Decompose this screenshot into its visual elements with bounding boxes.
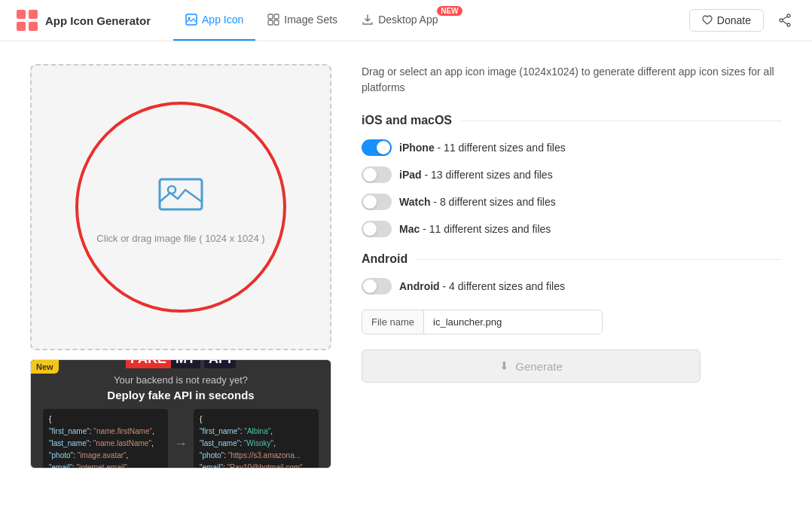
svg-rect-2 <box>17 22 26 31</box>
donate-label: Donate <box>717 14 751 26</box>
ad-brand-fake: FAKE <box>126 359 171 368</box>
svg-rect-8 <box>268 20 273 25</box>
ad-title: Deploy fake API in seconds <box>107 389 254 401</box>
ad-brand-my: MY <box>171 359 200 368</box>
android-section-line <box>417 259 782 260</box>
filename-label: File name <box>362 310 424 334</box>
donate-icon <box>702 15 713 26</box>
svg-line-13 <box>783 17 787 20</box>
ad-arrow: → <box>174 409 188 469</box>
toggle-row-watch: Watch - 8 different sizes and files <box>362 194 782 210</box>
android-toggle[interactable] <box>362 278 392 295</box>
drop-zone-inner: Click or drag image file ( 1024 x 1024 ) <box>75 102 286 313</box>
mac-toggle[interactable] <box>362 221 392 237</box>
iphone-toggle[interactable] <box>362 139 392 156</box>
ad-code-right: { "first_name": "Albina", "last_name": "… <box>194 409 319 469</box>
ad-brand-api: API <box>204 359 236 368</box>
tab-app-icon-label: App Icon <box>202 14 243 26</box>
android-section-header: Android <box>362 252 782 266</box>
toggle-row-mac: Mac - 11 different sizes and files <box>362 221 782 237</box>
share-button[interactable] <box>773 8 797 32</box>
svg-line-14 <box>783 21 787 24</box>
mac-label: Mac - 11 different sizes and files <box>399 223 551 235</box>
tab-desktop-app-label: Desktop App <box>378 14 438 26</box>
donate-button[interactable]: Donate <box>689 9 764 32</box>
tab-desktop-app[interactable]: Desktop App NEW <box>350 0 459 41</box>
ad-content: FAKE MY API Your backend is not ready ye… <box>31 360 331 468</box>
svg-point-12 <box>787 23 790 26</box>
toggle-row-iphone: iPhone - 11 different sizes and files <box>362 139 782 156</box>
header-actions: Donate <box>689 8 797 32</box>
new-badge: NEW <box>437 6 462 16</box>
generate-label: Generate <box>515 360 563 373</box>
svg-point-10 <box>787 14 790 17</box>
ad-new-badge: New <box>31 360 59 374</box>
app-icon-tab-icon <box>185 14 197 26</box>
drop-zone-text: Click or drag image file ( 1024 x 1024 ) <box>96 233 264 244</box>
ios-section-title: iOS and macOS <box>362 114 452 127</box>
ad-code-left: { "first_name": "name.firstName", "last_… <box>43 409 168 469</box>
filename-input[interactable] <box>424 310 602 334</box>
svg-rect-9 <box>274 20 279 25</box>
app-logo-icon <box>15 8 39 32</box>
generate-icon: ⬇ <box>499 359 509 373</box>
main-content: Click or drag image file ( 1024 x 1024 )… <box>0 41 812 491</box>
image-placeholder-icon <box>157 170 205 221</box>
desktop-app-tab-icon <box>362 14 374 26</box>
svg-rect-7 <box>274 14 279 19</box>
toggle-row-ipad: iPad - 13 different sizes and files <box>362 166 782 183</box>
ad-banner[interactable]: New FAKE MY API Your backend is not read… <box>30 359 331 469</box>
svg-rect-6 <box>268 14 273 19</box>
ios-section-line <box>461 121 782 121</box>
drop-zone-circle: Click or drag image file ( 1024 x 1024 ) <box>75 102 286 313</box>
app-title: App Icon Generator <box>45 14 151 27</box>
svg-rect-1 <box>29 10 38 19</box>
header: App Icon Generator App Icon Image Sets <box>0 0 812 41</box>
svg-rect-3 <box>29 22 38 31</box>
tab-app-icon[interactable]: App Icon <box>173 0 255 41</box>
svg-rect-4 <box>186 14 197 25</box>
ios-section-header: iOS and macOS <box>362 114 782 127</box>
svg-point-16 <box>168 186 176 194</box>
watch-label: Watch - 8 different sizes and files <box>399 196 556 208</box>
svg-rect-0 <box>17 10 26 19</box>
nav-tabs: App Icon Image Sets Desktop App NEW <box>173 0 459 41</box>
logo-area: App Icon Generator <box>15 8 151 32</box>
svg-point-11 <box>780 19 783 22</box>
tab-image-sets-label: Image Sets <box>284 14 337 26</box>
left-panel: Click or drag image file ( 1024 x 1024 )… <box>30 64 331 469</box>
image-sets-tab-icon <box>267 14 279 26</box>
ad-brand: FAKE MY API <box>126 359 236 368</box>
description: Drag or select an app icon image (1024x1… <box>362 64 782 96</box>
ipad-label: iPad - 13 different sizes and files <box>399 169 553 181</box>
share-icon <box>778 14 792 27</box>
ad-code-area: { "first_name": "name.firstName", "last_… <box>43 409 319 469</box>
filename-row: File name <box>362 310 603 334</box>
watch-toggle[interactable] <box>362 194 392 210</box>
android-section-title: Android <box>362 252 408 266</box>
ad-subtitle: Your backend is not ready yet? <box>114 374 248 386</box>
ipad-toggle[interactable] <box>362 166 392 183</box>
generate-button[interactable]: ⬇ Generate <box>362 349 701 383</box>
right-panel: Drag or select an app icon image (1024x1… <box>362 64 782 469</box>
drop-zone[interactable]: Click or drag image file ( 1024 x 1024 ) <box>30 64 331 350</box>
toggle-row-android: Android - 4 different sizes and files <box>362 278 782 295</box>
iphone-label: iPhone - 11 different sizes and files <box>399 142 566 154</box>
svg-point-5 <box>188 17 191 20</box>
android-label: Android - 4 different sizes and files <box>399 280 565 292</box>
tab-image-sets[interactable]: Image Sets <box>255 0 350 41</box>
